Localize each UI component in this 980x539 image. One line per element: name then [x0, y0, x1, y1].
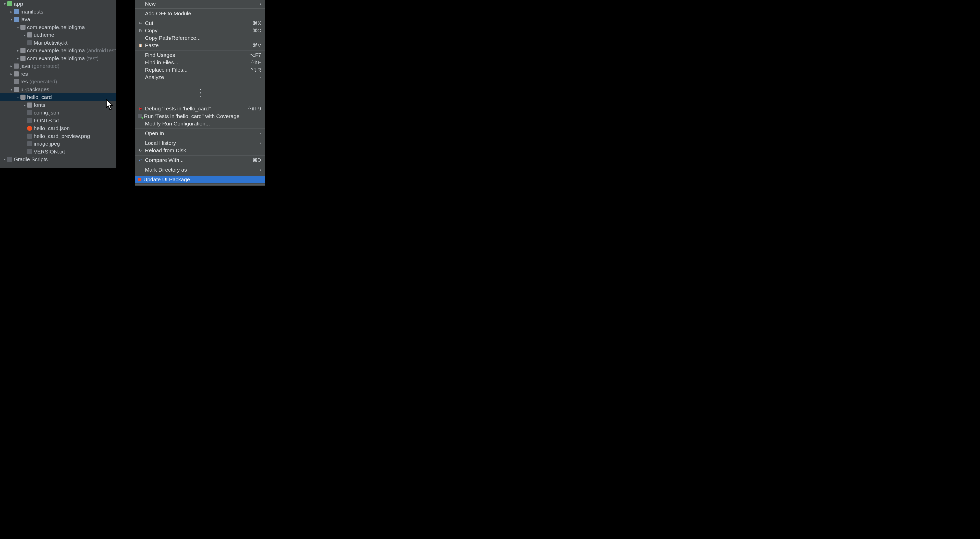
expand-chevron-icon[interactable] — [15, 25, 21, 29]
gen-icon — [14, 79, 19, 84]
tree-node-label: hello_card — [27, 94, 52, 100]
tree-row[interactable]: Gradle Scripts — [0, 155, 116, 163]
menu-item[interactable]: Analyze› — [135, 74, 265, 81]
tree-row[interactable]: com.example.hellofigma(test) — [0, 55, 116, 62]
expand-chevron-icon[interactable] — [22, 103, 27, 107]
menu-item-label: Debug 'Tests in 'hello_card'' — [145, 106, 245, 112]
menu-item-label: Cut — [145, 20, 250, 26]
img-icon — [27, 141, 32, 146]
menu-item[interactable]: Debug 'Tests in 'hello_card''^⇧F9 — [135, 105, 265, 113]
tree-row[interactable]: com.example.hellofigma(androidTest) — [0, 47, 116, 55]
tree-row[interactable]: fonts — [0, 101, 116, 109]
menu-item[interactable]: Local History› — [135, 139, 265, 147]
menu-item-label: Mark Directory as — [145, 167, 257, 173]
ktfile-icon — [27, 40, 32, 45]
tree-node-aux: (test) — [86, 55, 99, 62]
menu-item-shortcut: ⌘C — [252, 27, 261, 34]
menu-item[interactable]: Add C++ to Module — [135, 10, 265, 17]
tree-row[interactable]: FONTS.txt — [0, 117, 116, 125]
menu-item-shortcut: ^⇧R — [251, 67, 261, 73]
tree-row[interactable]: hello_card_preview.png — [0, 132, 116, 140]
menu-item-shortcut: ⌘V — [253, 42, 261, 48]
tree-row[interactable]: manifests — [0, 8, 116, 16]
tree-row[interactable]: config.json — [0, 109, 116, 117]
tree-row[interactable]: java — [0, 16, 116, 24]
tree-row[interactable]: res(generated) — [0, 78, 116, 86]
pkg-icon — [27, 32, 32, 38]
blank-icon — [138, 121, 143, 126]
tree-row[interactable]: ui-packages — [0, 86, 116, 94]
menu-item[interactable]: New› — [135, 0, 265, 7]
menu-item-label: New — [145, 1, 257, 7]
menu-item-label: Reload from Disk — [145, 147, 261, 154]
expand-chevron-icon[interactable] — [2, 2, 7, 6]
menu-item-label: Analyze — [145, 74, 257, 80]
copy-icon — [138, 28, 143, 33]
tree-row[interactable]: app — [0, 0, 116, 8]
expand-chevron-icon[interactable] — [9, 64, 14, 68]
expand-chevron-icon[interactable] — [9, 87, 14, 92]
menu-item-label: Update UI Package — [143, 176, 261, 182]
expand-chevron-icon[interactable] — [15, 48, 21, 52]
tree-node-label: com.example.hellofigma — [27, 48, 85, 54]
menu-item[interactable]: Find in Files...^⇧F — [135, 59, 265, 66]
gen-icon — [14, 63, 19, 68]
tree-row[interactable]: com.example.hellofigma — [0, 24, 116, 32]
expand-chevron-icon[interactable] — [9, 17, 14, 21]
reload-icon — [138, 148, 143, 153]
img-icon — [27, 133, 32, 139]
menu-item[interactable]: Reload from Disk — [135, 147, 265, 154]
expand-chevron-icon[interactable] — [15, 95, 21, 99]
tree-row[interactable]: hello_card.json — [0, 124, 116, 132]
menu-item-label: Find in Files... — [145, 59, 248, 65]
json-icon — [27, 110, 32, 115]
menu-item[interactable]: Modify Run Configuration... — [135, 120, 265, 127]
expand-chevron-icon[interactable] — [22, 33, 27, 37]
menu-item[interactable]: Find Usages⌥F7 — [135, 51, 265, 59]
menu-item[interactable]: Update UI Package — [135, 176, 265, 183]
menu-item-label: Copy Path/Reference... — [145, 35, 261, 41]
menu-item-label: Add C++ to Module — [145, 11, 261, 17]
blank-icon — [138, 141, 143, 146]
submenu-arrow-icon: › — [260, 141, 261, 145]
tree-row[interactable]: image.jpeg — [0, 140, 116, 148]
uipkg-icon — [14, 87, 19, 92]
tree-row[interactable]: hello_card — [0, 94, 116, 101]
tree-row[interactable]: java(generated) — [0, 62, 116, 70]
blank-icon — [138, 1, 143, 6]
menu-separator — [135, 155, 265, 155]
menu-item[interactable]: Replace in Files...^⇧R — [135, 66, 265, 74]
menu-item-label: Run 'Tests in 'hello_card'' with Coverag… — [144, 113, 261, 119]
menu-separator — [135, 82, 265, 82]
expand-chevron-icon[interactable] — [9, 10, 14, 14]
menu-item[interactable]: Run 'Tests in 'hello_card'' with Coverag… — [135, 113, 265, 120]
tree-row[interactable]: MainActivity.kt — [0, 39, 116, 47]
folder-icon — [14, 9, 19, 14]
blank-icon — [138, 131, 143, 136]
tree-node-label: Gradle Scripts — [14, 156, 48, 162]
tree-node-label: res — [21, 79, 28, 85]
menu-item[interactable]: Cut⌘X — [135, 19, 265, 27]
menu-item[interactable]: Mark Directory as› — [135, 166, 265, 174]
menu-item[interactable]: Copy⌘C — [135, 27, 265, 34]
tree-node-label: FONTS.txt — [34, 117, 59, 124]
expand-chevron-icon[interactable] — [15, 56, 21, 60]
expand-chevron-icon[interactable] — [9, 72, 14, 76]
menu-item[interactable]: Open In› — [135, 130, 265, 137]
submenu-arrow-icon: › — [260, 168, 261, 172]
menu-item[interactable]: Paste⌘V — [135, 41, 265, 49]
folder-icon — [14, 17, 19, 22]
pkg-icon — [21, 48, 25, 53]
menu-item[interactable]: Compare With...⌘D — [135, 157, 265, 164]
tree-row[interactable]: res — [0, 70, 116, 78]
pkg-icon — [21, 95, 25, 100]
menu-item[interactable]: Copy Path/Reference... — [135, 34, 265, 41]
blank-icon — [138, 60, 143, 65]
res-icon — [14, 71, 19, 76]
tree-row[interactable]: VERSION.txt — [0, 148, 116, 156]
menu-item-label: Copy — [145, 27, 249, 34]
expand-chevron-icon[interactable] — [2, 157, 7, 162]
cut-icon — [138, 21, 143, 26]
tree-row[interactable]: ui.theme — [0, 31, 116, 39]
figma-icon — [27, 126, 32, 131]
